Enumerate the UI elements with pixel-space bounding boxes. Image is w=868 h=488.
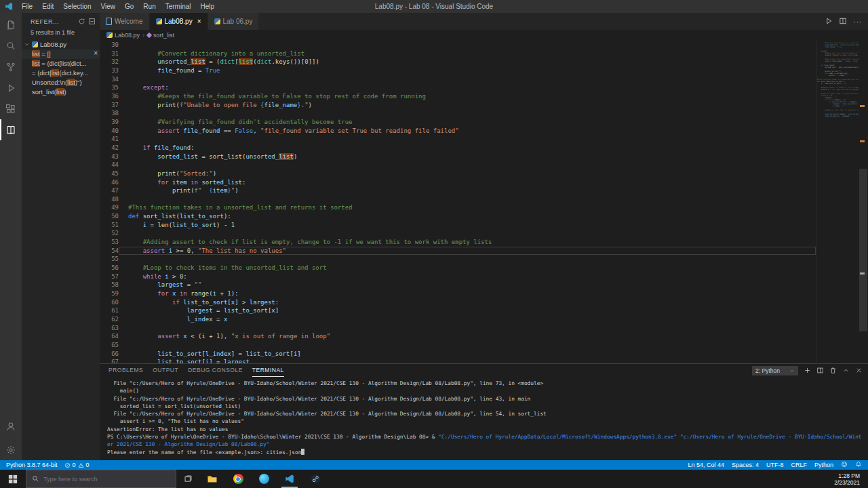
line-number[interactable]: 38 — [100, 109, 119, 118]
code-line[interactable]: 63 — [100, 324, 816, 333]
terminal-selector[interactable]: 2: Python — [752, 366, 798, 375]
line-number[interactable]: 66 — [100, 350, 119, 359]
taskbar-clock[interactable]: 1:28 PM 2/23/2021 — [834, 470, 868, 488]
line-number[interactable]: 62 — [100, 315, 119, 324]
line-number[interactable]: 55 — [100, 255, 119, 264]
code-line[interactable]: 52 — [100, 229, 816, 238]
result-file-row[interactable]: Lab08.py — [22, 39, 100, 49]
code-line[interactable]: 43 sorted_list = sort_list(unsorted_list… — [100, 152, 816, 161]
cursor-position-item[interactable]: Ln 54, Col 44 — [688, 462, 724, 468]
code-line[interactable]: 48 — [100, 195, 816, 204]
search-icon[interactable] — [0, 35, 22, 56]
line-number[interactable]: 43 — [100, 152, 119, 161]
editor-scrollbar[interactable] — [859, 40, 868, 363]
code-line[interactable]: 44 — [100, 161, 816, 169]
code-line[interactable]: 46 for item in sorted_list: — [100, 178, 816, 187]
line-number[interactable]: 37 — [100, 101, 119, 110]
line-number[interactable]: 45 — [100, 169, 119, 178]
code-line[interactable]: 66 list_to_sort[l_index] = list_to_sort[… — [100, 350, 816, 359]
line-number[interactable]: 30 — [100, 41, 119, 49]
line-number[interactable]: 63 — [100, 324, 119, 333]
code-line[interactable]: 35 except: — [100, 83, 816, 92]
line-number[interactable]: 42 — [100, 144, 119, 152]
result-item[interactable]: list = []× — [22, 49, 100, 59]
menu-help[interactable]: Help — [196, 0, 220, 13]
explorer-icon[interactable] — [0, 14, 22, 35]
breadcrumb-item[interactable]: Lab08.py — [106, 32, 140, 39]
references-icon[interactable] — [0, 119, 22, 140]
code-line[interactable]: 40 assert file_found == False, "file_fou… — [100, 127, 816, 136]
code-line[interactable]: 45 print("Sorted:") — [100, 169, 816, 178]
split-terminal-icon[interactable] — [816, 365, 824, 377]
code-line[interactable]: 62 l_index = x — [100, 315, 816, 324]
code-line[interactable]: 47 print(f" {item}") — [100, 186, 816, 195]
code-editor[interactable]: 3031 #Convert dictionary into a unsorted… — [100, 40, 868, 363]
line-number[interactable]: 56 — [100, 264, 119, 272]
close-panel-icon[interactable] — [855, 365, 863, 377]
code-line[interactable]: 58 largest = "" — [100, 281, 816, 289]
code-line[interactable]: 61 largest = list_to_sort[x] — [100, 306, 816, 315]
code-line[interactable]: 56 #Loop to check items in the unsorted_… — [100, 264, 816, 272]
vscode-logo-icon[interactable] — [5, 2, 14, 11]
taskbar-search[interactable] — [26, 470, 176, 488]
code-line[interactable]: 39 #Verifying file_found didn't accident… — [100, 118, 816, 127]
line-number[interactable]: 32 — [100, 58, 119, 66]
code-line[interactable]: 51 i = len(list_to_sort) - 1 — [100, 221, 816, 230]
indentation-item[interactable]: Spaces: 4 — [732, 462, 759, 468]
code-line[interactable]: 38 — [100, 109, 816, 118]
source-control-icon[interactable] — [0, 56, 22, 77]
line-number[interactable]: 67 — [100, 358, 119, 363]
code-line[interactable]: 60 if list_to_sort[x] > largest: — [100, 298, 816, 307]
line-number[interactable]: 64 — [100, 332, 119, 341]
menu-run[interactable]: Run — [138, 0, 160, 13]
result-item[interactable]: = (dict[list(dict.key... — [22, 68, 100, 78]
code-line[interactable]: 57 while i > 0: — [100, 272, 816, 281]
code-line[interactable]: 54 assert i >= 0, "The list has no value… — [100, 247, 816, 256]
line-number[interactable]: 39 — [100, 118, 119, 127]
code-line[interactable]: 53 #Adding assert to check if list is em… — [100, 238, 816, 247]
more-actions-icon[interactable]: ··· — [853, 18, 863, 25]
tab-lab-06.py[interactable]: Lab 06.py — [208, 13, 260, 30]
result-item[interactable]: Unsorted:\n(list)") — [22, 78, 100, 87]
line-number[interactable]: 51 — [100, 221, 119, 230]
line-number[interactable]: 50 — [100, 212, 119, 221]
line-number[interactable]: 46 — [100, 178, 119, 187]
code-line[interactable]: 31 #Convert dictionary into a unsorted_l… — [100, 49, 816, 58]
terminal-output[interactable]: File "c:/Users/Hero of Hyrule/OneDrive -… — [100, 377, 868, 460]
menu-terminal[interactable]: Terminal — [161, 0, 196, 13]
close-tab-icon[interactable]: × — [197, 18, 201, 25]
line-number[interactable]: 33 — [100, 66, 119, 75]
line-number[interactable]: 36 — [100, 92, 119, 101]
panel-tab-problems[interactable]: PROBLEMS — [108, 364, 143, 377]
line-number[interactable]: 65 — [100, 341, 119, 350]
language-mode-item[interactable]: Python — [814, 462, 833, 468]
eol-item[interactable]: CRLF — [791, 462, 807, 468]
code-line[interactable]: 33 file_found = True — [100, 66, 816, 75]
result-item[interactable]: list = (dict[list(dict... — [22, 59, 100, 68]
panel-tab-output[interactable]: OUTPUT — [153, 364, 178, 377]
menu-selection[interactable]: Selection — [58, 0, 96, 13]
menu-file[interactable]: File — [17, 0, 37, 13]
code-line[interactable]: 65 — [100, 341, 816, 350]
refresh-icon[interactable] — [78, 18, 85, 25]
account-icon[interactable] — [0, 415, 22, 436]
kill-terminal-icon[interactable] — [829, 365, 837, 377]
run-debug-icon[interactable] — [0, 77, 22, 98]
file-explorer-button[interactable] — [199, 470, 225, 488]
steam-button[interactable] — [302, 470, 328, 488]
code-line[interactable]: 55 — [100, 255, 816, 264]
task-view-button[interactable] — [176, 470, 199, 488]
new-terminal-icon[interactable] — [804, 365, 811, 377]
code-line[interactable]: 67 list_to_sort[i] = largest — [100, 358, 816, 363]
line-number[interactable]: 44 — [100, 161, 119, 169]
code-line[interactable]: 34 — [100, 75, 816, 84]
line-number[interactable]: 57 — [100, 272, 119, 281]
code-line[interactable]: 42 if file_found: — [100, 144, 816, 152]
line-number[interactable]: 61 — [100, 306, 119, 315]
vscode-button[interactable] — [277, 470, 302, 488]
run-file-icon[interactable] — [825, 16, 833, 28]
line-number[interactable]: 34 — [100, 75, 119, 84]
line-number[interactable]: 53 — [100, 238, 119, 247]
line-number[interactable]: 58 — [100, 281, 119, 289]
chrome-button[interactable] — [225, 470, 251, 488]
